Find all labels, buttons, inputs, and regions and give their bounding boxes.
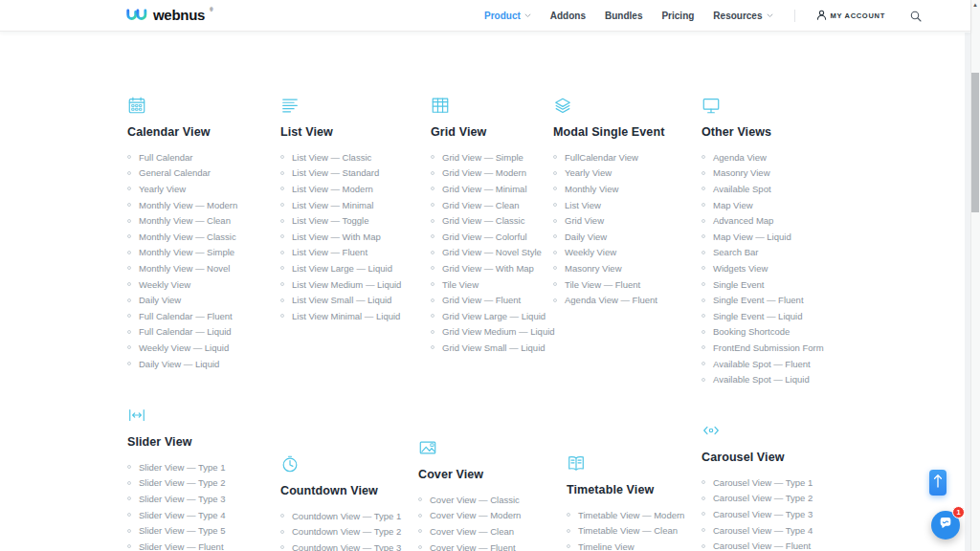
menu-item[interactable]: List View — Fluent <box>280 245 448 261</box>
bullet-circle-icon <box>553 219 557 223</box>
section-title[interactable]: Other Views <box>702 125 869 139</box>
menu-item[interactable]: Tile View — Fluent <box>553 276 721 293</box>
menu-item[interactable]: Weekly View <box>127 276 295 293</box>
nav-items: Product Addons Bundles Pricing Resources <box>484 11 773 21</box>
menu-item[interactable]: Map View <box>702 197 869 213</box>
nav-item-product[interactable]: Product <box>484 11 531 21</box>
menu-item[interactable]: Slider View — Type 3 <box>127 491 295 507</box>
menu-item[interactable]: List View — With Map <box>280 229 448 245</box>
menu-item[interactable]: Cover View — Clean <box>418 523 586 540</box>
menu-item[interactable]: Cover View — Modern <box>418 508 586 524</box>
menu-item[interactable]: Carousel View — Fluent <box>702 538 869 551</box>
menu-item[interactable]: FullCalendar View <box>553 149 721 165</box>
scroll-to-top-button[interactable] <box>929 470 947 496</box>
menu-item[interactable]: List View — Minimal <box>280 197 448 213</box>
menu-item[interactable]: Monthly View — Classic <box>127 229 295 245</box>
section-title[interactable]: Slider View <box>127 435 295 449</box>
section-title[interactable]: Carousel View <box>702 451 869 464</box>
menu-item[interactable]: Monthly View — Simple <box>127 245 295 261</box>
menu-item[interactable]: Weekly View <box>553 245 721 261</box>
menu-item[interactable]: Advanced Map <box>702 212 869 229</box>
menu-item[interactable]: General Calendar <box>127 165 295 182</box>
registered-mark: ® <box>210 7 213 12</box>
search-icon[interactable] <box>910 11 922 22</box>
menu-item[interactable]: Search Bar <box>702 245 869 261</box>
scrollbar-thumb[interactable] <box>971 73 979 212</box>
menu-item[interactable]: Weekly View — Liquid <box>127 340 295 356</box>
bullet-circle-icon <box>280 545 284 549</box>
menu-item[interactable]: Full Calendar — Liquid <box>127 324 295 341</box>
carousel-icon <box>702 421 869 441</box>
bullet-circle-icon <box>127 496 131 500</box>
menu-item[interactable]: Daily View <box>127 292 295 308</box>
menu-item[interactable]: Slider View — Type 2 <box>127 475 295 492</box>
menu-item[interactable]: Available Spot — Liquid <box>702 371 869 387</box>
menu-item[interactable]: Slider View — Fluent <box>127 539 295 551</box>
menu-item[interactable]: Available Spot <box>702 181 869 197</box>
nav-item-resources[interactable]: Resources <box>713 11 772 21</box>
menu-item[interactable]: Masonry View <box>702 165 869 182</box>
my-account-button[interactable]: MY ACCOUNT <box>816 10 885 22</box>
menu-item[interactable]: Full Calendar <box>127 149 295 165</box>
menu-item[interactable]: Full Calendar — Fluent <box>127 308 295 324</box>
menu-item[interactable]: Slider View — Type 1 <box>127 459 295 475</box>
menu-item[interactable]: List View Medium — Liquid <box>280 276 448 293</box>
menu-item[interactable]: List View — Modern <box>280 181 448 197</box>
bullet-circle-icon <box>702 298 705 302</box>
menu-item[interactable]: Slider View — Type 4 <box>127 507 295 523</box>
menu-item[interactable]: Monthly View — Novel <box>127 260 295 276</box>
menu-item[interactable]: Carousel View — Type 1 <box>702 474 869 491</box>
menu-section-slider-view: Slider View Slider View — Type 1 Slider … <box>127 406 295 551</box>
scrollbar-up-arrow-icon[interactable]: ▲ <box>972 2 978 8</box>
menu-item[interactable]: Grid View <box>553 212 721 229</box>
nav-item-bundles[interactable]: Bundles <box>605 11 642 21</box>
menu-item[interactable]: Yearly View <box>127 181 295 197</box>
menu-item[interactable]: Cover View — Classic <box>418 492 586 508</box>
menu-item[interactable]: Grid View Large — Liquid <box>431 308 598 324</box>
menu-item[interactable]: List View Large — Liquid <box>280 260 448 276</box>
menu-item[interactable]: Grid View Medium — Liquid <box>431 324 598 341</box>
menu-item[interactable]: Grid View Small — Liquid <box>431 340 598 356</box>
menu-item[interactable]: Cover View — Fluent <box>418 540 586 551</box>
menu-item[interactable]: List View — Standard <box>280 165 448 182</box>
menu-item[interactable]: Agenda View <box>702 149 869 165</box>
menu-item[interactable]: Carousel View — Type 4 <box>702 522 869 539</box>
menu-item[interactable]: Monthly View <box>553 181 721 197</box>
menu-item[interactable]: Carousel View — Type 2 <box>702 491 869 507</box>
menu-item[interactable]: Widgets View <box>702 260 869 276</box>
menu-item[interactable]: List View Small — Liquid <box>280 292 448 308</box>
menu-item[interactable]: Available Spot — Fluent <box>702 356 869 372</box>
menu-item[interactable]: Yearly View <box>553 165 721 182</box>
menu-item[interactable]: Monthly View — Modern <box>127 197 295 213</box>
menu-item[interactable]: Booking Shortcode <box>702 324 869 341</box>
nav-item-addons[interactable]: Addons <box>550 11 586 21</box>
menu-item[interactable]: Monthly View — Clean <box>127 212 295 229</box>
menu-item[interactable]: Daily View <box>553 229 721 245</box>
bullet-circle-icon <box>431 171 434 175</box>
menu-item[interactable]: Masonry View <box>553 260 721 276</box>
menu-item[interactable]: List View — Toggle <box>280 212 448 229</box>
nav-item-pricing[interactable]: Pricing <box>661 11 694 21</box>
menu-item[interactable]: Slider View — Type 5 <box>127 522 295 539</box>
bullet-circle-icon <box>280 155 284 159</box>
bullet-circle-icon <box>567 544 570 548</box>
menu-item[interactable]: FrontEnd Submission Form <box>702 340 869 356</box>
section-title[interactable]: Modal Single Event <box>553 125 721 139</box>
menu-item[interactable]: List View <box>553 197 721 213</box>
section-title[interactable]: Calendar View <box>127 125 295 139</box>
section-title[interactable]: List View <box>280 125 448 139</box>
menu-item[interactable]: Carousel View — Type 3 <box>702 506 869 522</box>
menu-item[interactable]: Single Event <box>702 276 869 293</box>
menu-item[interactable]: Map View — Liquid <box>702 229 869 245</box>
menu-item[interactable]: Daily View — Liquid <box>127 356 295 372</box>
section-title[interactable]: Cover View <box>418 468 586 481</box>
menu-item[interactable]: Single Event — Fluent <box>702 292 869 308</box>
scrollbar[interactable]: ▲ <box>970 0 980 551</box>
menu-item[interactable]: Single Event — Liquid <box>702 308 869 324</box>
menu-item[interactable]: List View Minimal — Liquid <box>280 308 448 324</box>
menu-item[interactable]: Agenda View — Fluent <box>553 292 721 308</box>
webnus-logo[interactable]: webnus ® <box>125 6 213 28</box>
menu-item[interactable]: List View — Classic <box>280 149 448 165</box>
product-mega-menu: Calendar View Full Calendar General Cale… <box>0 33 965 551</box>
bullet-circle-icon <box>553 298 557 302</box>
